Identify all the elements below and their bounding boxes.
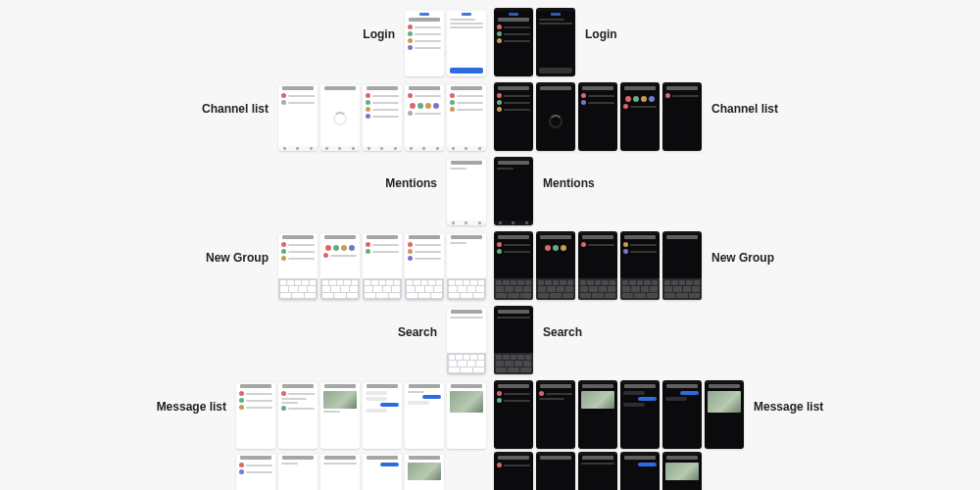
channel-list-screen[interactable] (578, 82, 617, 151)
section-new-group-light: New Group (180, 231, 486, 300)
section-search-dark: Search (494, 306, 631, 374)
message-media-screen[interactable] (662, 452, 702, 490)
keyboard[interactable] (278, 278, 318, 300)
keyboard[interactable] (494, 353, 533, 374)
app-logo-icon (462, 13, 471, 16)
channel-list-avatars-screen[interactable] (405, 82, 444, 151)
message-thread-screen[interactable] (536, 380, 575, 449)
message-compose-screen[interactable] (236, 452, 275, 490)
new-group-screen[interactable] (278, 231, 318, 300)
channel-list-screen[interactable] (363, 82, 402, 151)
section-channel-list-dark: Channel list (494, 82, 800, 151)
keyboard[interactable] (620, 278, 660, 300)
keyboard[interactable] (447, 353, 486, 374)
message-image-screen[interactable] (320, 380, 360, 449)
section-login-light: Login (307, 8, 486, 76)
message-compose-screen[interactable] (363, 452, 402, 490)
section-label: Search (349, 306, 437, 339)
message-chat-screen[interactable] (620, 380, 660, 449)
section-mentions-light: Mentions (349, 157, 486, 225)
mentions-screen[interactable] (447, 157, 486, 225)
keyboard[interactable] (405, 278, 444, 300)
channel-list-screen[interactable] (447, 82, 486, 151)
login-welcome-screen[interactable] (494, 8, 533, 76)
login-welcome-screen[interactable] (405, 8, 444, 76)
message-list-screen[interactable] (494, 380, 533, 449)
message-compose-screen[interactable] (620, 452, 660, 490)
new-group-select-screen[interactable] (320, 231, 360, 300)
keyboard[interactable] (320, 278, 360, 300)
channel-list-loading-screen[interactable] (320, 82, 360, 151)
message-image-wide-screen[interactable] (705, 380, 744, 449)
loading-spinner-icon (549, 115, 563, 128)
message-list-screen[interactable] (236, 380, 275, 449)
keyboard[interactable] (447, 278, 486, 300)
keyboard[interactable] (363, 278, 402, 300)
message-thread-screen[interactable] (278, 380, 318, 449)
signin-button[interactable] (539, 68, 572, 74)
section-label: Login (585, 8, 673, 41)
image-attachment[interactable] (323, 391, 357, 409)
section-message-list-light: Message list (138, 380, 486, 490)
loading-spinner-icon (333, 112, 347, 125)
dark-theme-column: Login (490, 0, 980, 490)
message-compose-screen[interactable] (494, 452, 533, 490)
section-mentions-dark: Mentions (494, 157, 631, 225)
section-channel-list-light: Channel list (180, 82, 486, 151)
message-image-screen[interactable] (578, 380, 617, 449)
app-logo-icon (509, 13, 518, 16)
message-chat-screen[interactable] (662, 380, 702, 449)
keyboard[interactable] (662, 278, 702, 300)
app-logo-icon (419, 13, 429, 16)
message-compose-screen[interactable] (578, 452, 617, 490)
mentions-screen[interactable] (494, 157, 533, 225)
image-attachment[interactable] (665, 463, 699, 480)
login-form-screen[interactable] (536, 8, 575, 76)
light-theme-column: Login (0, 0, 490, 490)
section-label: Message list (138, 380, 226, 414)
section-label: Login (307, 8, 395, 41)
image-attachment[interactable] (708, 391, 741, 413)
new-group-screen[interactable] (620, 231, 660, 300)
new-group-screen[interactable] (405, 231, 444, 300)
channel-list-loading-screen[interactable] (536, 82, 575, 151)
message-compose-screen[interactable] (536, 452, 575, 490)
login-form-screen[interactable] (447, 8, 486, 76)
image-attachment[interactable] (408, 463, 441, 480)
message-chat-screen[interactable] (405, 380, 444, 449)
message-chat-screen[interactable] (363, 380, 402, 449)
image-attachment[interactable] (450, 391, 483, 413)
search-screen[interactable] (494, 306, 533, 374)
new-group-empty-screen[interactable] (662, 231, 702, 300)
section-label: Channel list (711, 82, 800, 116)
app-logo-icon (551, 13, 561, 16)
message-compose-screen[interactable] (320, 452, 360, 490)
message-image-wide-screen[interactable] (447, 380, 486, 449)
section-label: Channel list (180, 82, 269, 116)
channel-list-screen[interactable] (662, 82, 702, 151)
new-group-select-screen[interactable] (536, 231, 575, 300)
channel-list-screen[interactable] (494, 82, 533, 151)
image-attachment[interactable] (581, 391, 614, 409)
message-media-screen[interactable] (405, 452, 444, 490)
new-group-screen[interactable] (578, 231, 617, 300)
keyboard[interactable] (578, 278, 617, 300)
message-compose-screen[interactable] (278, 452, 318, 490)
channel-list-avatars-screen[interactable] (620, 82, 660, 151)
section-label: New Group (711, 231, 800, 265)
design-spec-canvas: Login (0, 0, 980, 490)
keyboard[interactable] (494, 278, 533, 300)
section-new-group-dark: New Group (494, 231, 800, 300)
section-label: Message list (754, 380, 842, 414)
new-group-screen[interactable] (494, 231, 533, 300)
channel-list-screen[interactable] (278, 82, 318, 151)
section-message-list-dark: Message list (494, 380, 842, 490)
section-label: Mentions (543, 157, 631, 190)
section-label: Search (543, 306, 631, 339)
section-login-dark: Login (494, 8, 673, 76)
new-group-empty-screen[interactable] (447, 231, 486, 300)
search-screen[interactable] (447, 306, 486, 374)
keyboard[interactable] (536, 278, 575, 300)
new-group-screen[interactable] (363, 231, 402, 300)
signin-button[interactable] (450, 68, 483, 74)
